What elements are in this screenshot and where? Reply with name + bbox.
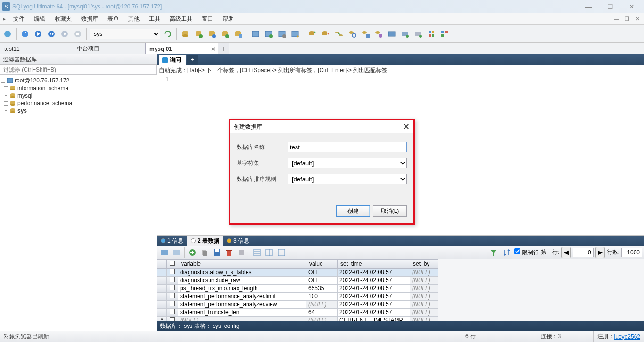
mdi-restore-button[interactable]: ❐ <box>622 16 632 22</box>
filter-button[interactable] <box>488 247 499 258</box>
db4-button[interactable] <box>219 28 231 40</box>
grid-cell[interactable]: (NULL) <box>178 317 306 322</box>
grid-cell[interactable]: OFF <box>306 269 338 277</box>
menu-item[interactable]: 表单 <box>103 15 124 23</box>
grid-cell[interactable]: 2022-01-24 02:08:57 <box>338 293 410 301</box>
table4-button[interactable] <box>289 28 301 40</box>
copy-row-button[interactable] <box>199 247 210 258</box>
tree-root-label[interactable]: root@120.76.157.172 <box>15 77 69 84</box>
close-button[interactable]: ✕ <box>625 2 638 11</box>
query-tab[interactable]: 询问 <box>159 55 186 65</box>
sync-button[interactable] <box>333 28 345 40</box>
select-all-checkbox[interactable] <box>167 260 178 269</box>
database-tree[interactable]: - root@120.76.157.172 +information_schem… <box>0 75 157 331</box>
connection-tab[interactable]: mysql01× <box>145 43 218 54</box>
close-tab-button[interactable]: × <box>211 45 215 53</box>
prev-page-button[interactable]: ◀ <box>561 247 571 258</box>
grid-cell[interactable]: CURRENT_TIMESTAMP <box>338 317 410 322</box>
tree-db-label[interactable]: performance_schema <box>17 100 72 106</box>
text-mode-button[interactable] <box>276 247 287 258</box>
grid-cell[interactable]: 2022-01-24 02:08:57 <box>338 277 410 285</box>
grid-cell[interactable]: 100 <box>306 293 338 301</box>
menu-overflow-icon[interactable]: ▸ <box>0 16 8 22</box>
execute-all-button[interactable] <box>46 28 57 40</box>
row-header[interactable] <box>157 285 167 293</box>
grid-cell[interactable]: statement_performance_analyzer.limit <box>178 293 306 301</box>
tree-expand-icon[interactable]: + <box>4 101 8 106</box>
row-header[interactable] <box>157 277 167 285</box>
delete-row-button[interactable] <box>223 247 235 258</box>
tree-expand-icon[interactable]: + <box>4 94 8 98</box>
new-query-tab-button[interactable]: + <box>187 55 198 65</box>
grid-cell[interactable]: (NULL) <box>410 269 438 277</box>
cancel-changes-button[interactable] <box>236 247 247 258</box>
connection-tab[interactable]: test11 <box>0 43 73 54</box>
db1-button[interactable] <box>180 28 191 40</box>
menu-item[interactable]: 文件 <box>8 15 29 23</box>
menu-item[interactable]: 帮助 <box>218 15 239 23</box>
grid-cell[interactable]: 64 <box>306 309 338 317</box>
row-checkbox[interactable] <box>167 277 178 285</box>
menu-item[interactable]: 编辑 <box>29 15 50 23</box>
first-row-input[interactable] <box>573 248 594 257</box>
maximize-button[interactable]: ☐ <box>603 2 617 11</box>
grid-cell[interactable]: 2022-01-24 02:08:57 <box>338 309 410 317</box>
table1-button[interactable] <box>250 28 261 40</box>
add-row-button[interactable] <box>187 247 198 258</box>
grid-cell[interactable]: OFF <box>306 277 338 285</box>
execute-button[interactable] <box>33 28 44 40</box>
row-checkbox[interactable] <box>167 293 178 301</box>
grid-cell[interactable]: 2022-01-24 02:08:57 <box>338 285 410 293</box>
row-header[interactable] <box>157 269 167 277</box>
row-checkbox[interactable] <box>167 269 178 277</box>
tool2-button[interactable] <box>399 28 411 40</box>
limit-rows-checkbox[interactable]: 限制行 <box>514 248 539 257</box>
status-reg-user[interactable]: luoye2562 <box>614 334 640 340</box>
save-row-button[interactable] <box>211 247 223 258</box>
new-connection-button[interactable] <box>2 28 13 40</box>
mdi-close-button[interactable]: ✕ <box>633 16 642 22</box>
menu-item[interactable]: 其他 <box>124 15 144 23</box>
tool1-button[interactable] <box>386 28 397 40</box>
row-checkbox[interactable] <box>167 317 178 322</box>
tool5-button[interactable] <box>439 28 450 40</box>
export2-button[interactable] <box>320 28 331 40</box>
row-checkbox[interactable] <box>167 309 178 317</box>
dialog-close-button[interactable]: ✕ <box>403 122 410 132</box>
grid-cell[interactable]: (NULL) <box>410 277 438 285</box>
search-button[interactable] <box>347 28 358 40</box>
db-name-input[interactable] <box>288 142 407 152</box>
tool4-button[interactable] <box>426 28 437 40</box>
grid-cell[interactable]: diagnostics.include_raw <box>178 277 306 285</box>
row-header[interactable] <box>157 309 167 317</box>
backup-button[interactable] <box>360 28 371 40</box>
result-grid[interactable]: variablevalueset_timeset_bydiagnostics.a… <box>157 259 644 321</box>
grid-cell[interactable]: statement_truncate_len <box>178 309 306 317</box>
tool3-button[interactable] <box>413 28 424 40</box>
collation-select[interactable]: [default] <box>288 174 407 184</box>
row-header[interactable] <box>157 293 167 301</box>
grid-cell[interactable]: 2022-01-24 02:08:57 <box>338 301 410 309</box>
db2-button[interactable] <box>193 28 204 40</box>
schedule-button[interactable] <box>373 28 384 40</box>
create-button[interactable]: 创建 <box>336 205 370 217</box>
grid-mode-button[interactable] <box>251 247 263 258</box>
tree-expand-icon[interactable]: + <box>4 86 8 90</box>
result-tab[interactable]: 3 信息 <box>223 236 253 246</box>
result-tab[interactable]: 2 表数据 <box>187 236 223 246</box>
stop-button[interactable] <box>72 28 83 40</box>
column-header[interactable]: set_by <box>410 260 438 269</box>
tree-collapse-icon[interactable]: - <box>1 79 5 83</box>
mdi-minimize-button[interactable]: — <box>612 16 621 22</box>
tree-db-label[interactable]: sys <box>17 107 27 114</box>
grid-cell[interactable]: (NULL) <box>410 309 438 317</box>
grid-view-button[interactable] <box>171 247 182 258</box>
row-header[interactable] <box>157 301 167 309</box>
connection-tab[interactable]: 中台项目 <box>73 43 146 54</box>
grid-cell[interactable]: (NULL) <box>410 285 438 293</box>
tree-db-label[interactable]: mysql <box>17 92 32 99</box>
column-header[interactable]: value <box>306 260 338 269</box>
result-tab[interactable]: 1 信息 <box>157 236 187 246</box>
table3-button[interactable] <box>276 28 288 40</box>
grid-cell[interactable]: statement_performance_analyzer.view <box>178 301 306 309</box>
